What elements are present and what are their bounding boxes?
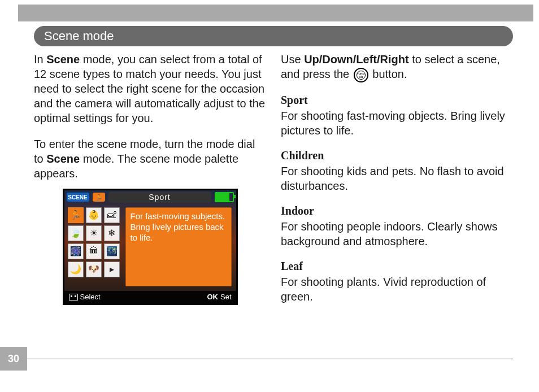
- battery-icon: [215, 192, 234, 202]
- scene-icon-moon: 🌙: [68, 262, 84, 277]
- func-ok-label: func ok: [357, 72, 364, 79]
- func-ok-button-icon: func ok: [354, 68, 368, 82]
- lcd-title: Sport: [108, 191, 211, 203]
- text: In: [34, 53, 46, 66]
- scene-icon-night: 🌃: [104, 243, 120, 259]
- select-label: Select: [80, 293, 101, 302]
- page-number-text: 30: [8, 353, 19, 365]
- scene-desc-leaf: For shooting plants. Vivid reproduction …: [281, 275, 513, 304]
- content-columns: In Scene mode, you can select from a tot…: [34, 52, 513, 347]
- scene-badge: SCENE: [67, 193, 89, 202]
- scene-heading-leaf: Leaf: [281, 259, 513, 273]
- scene-icon-museum: 🏛: [86, 243, 102, 259]
- enter-paragraph: To enter the scene mode, turn the mode d…: [34, 137, 266, 181]
- section-heading: Scene mode: [34, 26, 513, 46]
- right-column: Use Up/Down/Left/Right to select a scene…: [281, 52, 513, 347]
- lcd-description-text: For fast-moving subjects. Bring lively p…: [131, 211, 225, 242]
- text: button.: [370, 68, 407, 80]
- scene-icon-firework: 🎆: [68, 243, 84, 259]
- lcd-illustration: SCENE 🏃 Sport 🏃 👶 🛋 🍃 ☀ ❄ 🎆 🏛: [63, 189, 238, 305]
- scene-icon-indoor: 🛋: [104, 207, 120, 223]
- scene-icon-leaf: 🍃: [68, 225, 84, 241]
- text-bold: Scene: [46, 53, 80, 66]
- lcd-description-box: For fast-moving subjects. Bring lively p…: [125, 207, 232, 286]
- page-number: 30: [0, 347, 27, 371]
- left-column: In Scene mode, you can select from a tot…: [34, 52, 266, 347]
- footer-rule: [27, 359, 513, 359]
- ok-label: OK: [207, 293, 218, 302]
- scene-icon-grid: 🏃 👶 🛋 🍃 ☀ ❄ 🎆 🏛 🌃 🌙 🐶 ▸: [68, 207, 122, 277]
- runner-icon: 🏃: [93, 193, 105, 202]
- scene-heading-sport: Sport: [281, 93, 513, 107]
- scene-icon-more: ▸: [104, 262, 120, 277]
- scene-icon-snow: ❄: [104, 225, 120, 241]
- set-label: Set: [220, 293, 232, 302]
- scene-heading-children: Children: [281, 148, 513, 163]
- lcd-screen: SCENE 🏃 Sport 🏃 👶 🛋 🍃 ☀ ❄ 🎆 🏛: [63, 189, 238, 305]
- instruction-paragraph: Use Up/Down/Left/Right to select a scene…: [281, 52, 513, 82]
- scene-icon-pet: 🐶: [86, 262, 102, 277]
- text: Use: [281, 53, 304, 66]
- scene-icon-children: 👶: [86, 207, 102, 223]
- scene-desc-children: For shooting kids and pets. No flash to …: [281, 164, 513, 193]
- select-hint: Select: [69, 293, 101, 302]
- scene-heading-indoor: Indoor: [281, 203, 513, 218]
- header-bar: [18, 5, 533, 21]
- scene-desc-sport: For shooting fast-moving objects. Bring …: [281, 108, 513, 138]
- scene-icon-sun: ☀: [86, 225, 102, 241]
- intro-paragraph: In Scene mode, you can select from a tot…: [34, 52, 266, 125]
- text-bold: Scene: [46, 153, 80, 165]
- scene-desc-indoor: For shooting people indoors. Clearly sho…: [281, 219, 513, 249]
- lcd-top-bar: SCENE 🏃 Sport: [64, 190, 236, 204]
- section-heading-text: Scene mode: [44, 29, 114, 43]
- dpad-icon: [69, 294, 78, 300]
- set-hint: OK Set: [207, 293, 231, 302]
- lcd-bottom-bar: Select OK Set: [64, 291, 236, 303]
- text-bold: Up/Down/Left/Right: [304, 53, 409, 66]
- scene-icon-sport: 🏃: [68, 207, 84, 223]
